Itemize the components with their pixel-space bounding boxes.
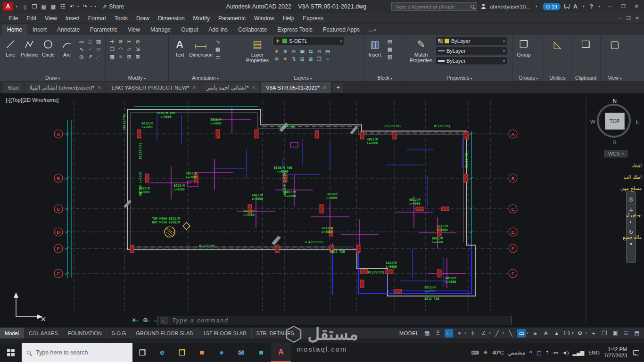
point-icon[interactable]: ◦ bbox=[86, 45, 94, 53]
mirror-icon[interactable]: ▱ bbox=[125, 45, 133, 53]
object-color-dropdown[interactable]: ByLayer ▾ bbox=[436, 37, 507, 45]
notification-center-icon[interactable] bbox=[633, 350, 639, 355]
customization-gear-icon[interactable]: ⚙ bbox=[576, 329, 584, 337]
spline-icon[interactable]: ∿ bbox=[77, 45, 86, 53]
taskbar-clock[interactable]: 1:42 PM 7/27/2023 bbox=[604, 346, 627, 359]
infer-constraints-icon[interactable]: ∟ bbox=[445, 329, 453, 337]
help-icon[interactable]: ? bbox=[590, 3, 593, 10]
autocad-icon[interactable]: A bbox=[271, 343, 291, 362]
donut-icon[interactable]: ◎ bbox=[77, 53, 86, 60]
annotation-autoscale-icon[interactable]: ▲ bbox=[553, 329, 561, 337]
customization-gear-icon-caret[interactable]: ▾ bbox=[585, 331, 587, 335]
annotation-scale-control[interactable]: 1:1 ▾ bbox=[563, 330, 574, 336]
new-file-icon[interactable]: ▯ bbox=[21, 3, 29, 10]
doc-close-button[interactable]: ✕ bbox=[636, 16, 639, 21]
search-icon[interactable] bbox=[471, 5, 474, 8]
ribbon-tab-collaborate[interactable]: Collaborate bbox=[233, 25, 272, 35]
account-caret-icon[interactable]: ▾ bbox=[583, 4, 585, 8]
close-tab-icon[interactable]: ✕ bbox=[192, 85, 196, 90]
panel-label-modify[interactable]: Modify▾ bbox=[106, 75, 168, 81]
menu-edit[interactable]: Edit bbox=[22, 15, 41, 22]
trial-countdown-badge[interactable]: 19 bbox=[543, 3, 561, 10]
command-input[interactable] bbox=[171, 317, 508, 324]
ribbon-tab-annotate[interactable]: Annotate bbox=[52, 25, 85, 35]
ortho-mode-icon[interactable]: ✛ bbox=[469, 329, 477, 337]
qat-dropdown-icon[interactable]: ▾ bbox=[94, 4, 96, 8]
layout-tab-str-detailes[interactable]: STR. DETAILES bbox=[252, 328, 299, 338]
menu-view[interactable]: View bbox=[41, 15, 61, 22]
edit-block-icon[interactable]: ▦ bbox=[386, 45, 394, 53]
autocad-logo[interactable]: A bbox=[3, 2, 13, 11]
file-explorer-icon[interactable]: ❒ bbox=[172, 343, 192, 362]
construction-line-icon[interactable]: ⋰ bbox=[94, 53, 103, 60]
panel-label-properties[interactable]: Properties▾ bbox=[406, 75, 512, 81]
layer-delete-icon[interactable]: ⊠ bbox=[306, 55, 315, 63]
leader-icon[interactable]: ↘ bbox=[214, 38, 222, 45]
wcs-control[interactable]: WCS ▾ bbox=[604, 150, 627, 157]
ribbon-collapse-icon[interactable]: ▭ ▾ bbox=[369, 28, 376, 35]
menu-icon[interactable]: ☰ bbox=[622, 329, 630, 337]
panel-label-groups[interactable]: Groups▾ bbox=[513, 75, 544, 81]
hardware-acceleration-icon[interactable]: ❐ bbox=[600, 329, 609, 337]
app-icon-orange[interactable]: ■ bbox=[192, 343, 212, 362]
restore-button[interactable]: ❐ bbox=[619, 3, 628, 9]
rotate-icon[interactable]: ⟳ bbox=[116, 38, 125, 45]
rectangle-icon[interactable]: ▭ bbox=[77, 38, 86, 45]
new-tab-button[interactable]: + bbox=[333, 83, 343, 92]
dynamic-input-icon-caret[interactable]: ▾ bbox=[465, 331, 467, 335]
menu-modify[interactable]: Modify bbox=[189, 15, 214, 22]
copy-icon[interactable]: ❐ bbox=[108, 45, 116, 53]
grid-icon[interactable]: ▦ bbox=[423, 329, 431, 337]
task-view-icon[interactable]: ❐ bbox=[132, 343, 152, 362]
menu-help[interactable]: Help bbox=[279, 15, 299, 22]
viewcube-top-face[interactable]: TOP bbox=[605, 113, 625, 130]
file-tab[interactable]: انشائي الفيلا (ahmedyaser)*✕ bbox=[25, 82, 106, 93]
user-avatar-icon[interactable] bbox=[481, 4, 486, 9]
move-icon[interactable]: ✛ bbox=[108, 38, 116, 45]
panel-label-annotation[interactable]: Annotation▾ bbox=[169, 75, 242, 81]
annotation-visibility-icon[interactable]: A bbox=[542, 329, 550, 337]
menu-window[interactable]: Window bbox=[250, 15, 279, 22]
panel-label-clipboard[interactable]: Clipboard bbox=[571, 75, 600, 81]
polar-tracking-icon-caret[interactable]: ▾ bbox=[489, 331, 491, 335]
layer-settings-icon[interactable]: ≡ bbox=[323, 55, 332, 63]
layer-unlock-icon[interactable]: ☀ bbox=[281, 55, 289, 63]
viewport-controls[interactable]: [-][Top][2D Wireframe] bbox=[6, 97, 58, 103]
match-properties-button[interactable]: ✎ Match Properties bbox=[409, 37, 433, 63]
circle-tool[interactable]: Circle bbox=[40, 37, 56, 58]
snap-mode-icon[interactable]: ⠿ bbox=[434, 329, 442, 337]
lineweight-dropdown[interactable]: ByLayer ▾ bbox=[436, 57, 507, 65]
app-icon-teal[interactable]: ■ bbox=[251, 343, 271, 362]
ribbon-tab-add-ins[interactable]: Add-ins bbox=[203, 25, 233, 35]
network-icon[interactable]: ▂▄▆ bbox=[573, 350, 585, 356]
layer-off-icon[interactable]: ☀ bbox=[272, 48, 281, 55]
lineweight-icon[interactable]: ≡ bbox=[531, 329, 539, 337]
object-snap-tracking-icon[interactable]: ╲ bbox=[506, 329, 515, 337]
command-close-icon[interactable]: ✕ bbox=[132, 317, 136, 323]
viewcube[interactable]: TOP N S W E bbox=[592, 99, 637, 144]
language-indicator[interactable]: ENG bbox=[588, 350, 600, 355]
menu-parametric[interactable]: Parametric bbox=[214, 15, 250, 22]
text-tool[interactable]: A Text bbox=[171, 37, 188, 58]
save-as-icon[interactable]: ▩ bbox=[49, 3, 58, 10]
file-tab[interactable]: ENG YASSER PROJECT NEW*✕ bbox=[107, 82, 201, 93]
view-button[interactable]: ▢ bbox=[606, 37, 623, 52]
viewcube-east[interactable]: E bbox=[636, 119, 639, 124]
panel-dock-icon[interactable]: ▤ bbox=[633, 329, 641, 337]
layer-merge-icon[interactable]: ⊞ bbox=[298, 55, 306, 63]
ellipse-icon[interactable]: ⬯ bbox=[86, 38, 94, 45]
layer-lock-icon[interactable]: ⊘ bbox=[289, 48, 298, 55]
dynamic-input-icon[interactable]: ⌖ bbox=[455, 329, 464, 337]
menu-file[interactable]: File bbox=[5, 15, 22, 22]
start-button[interactable] bbox=[0, 343, 22, 362]
paste-button[interactable]: ❏ bbox=[578, 37, 594, 52]
isometric-drafting-icon[interactable]: ╱ bbox=[493, 329, 502, 337]
volume-icon[interactable]: ◄) bbox=[562, 350, 569, 355]
menu-format[interactable]: Format bbox=[84, 15, 110, 22]
offset-icon[interactable]: ≡ bbox=[116, 53, 125, 60]
mail-icon[interactable]: ✉ bbox=[231, 343, 251, 362]
share-button[interactable]: ⇗ Share bbox=[102, 3, 124, 10]
weather-temperature[interactable]: 40°C bbox=[492, 350, 504, 355]
redo-icon[interactable]: ↷ bbox=[81, 3, 90, 10]
ribbon-tab-featured-apps[interactable]: Featured Apps bbox=[318, 25, 365, 35]
